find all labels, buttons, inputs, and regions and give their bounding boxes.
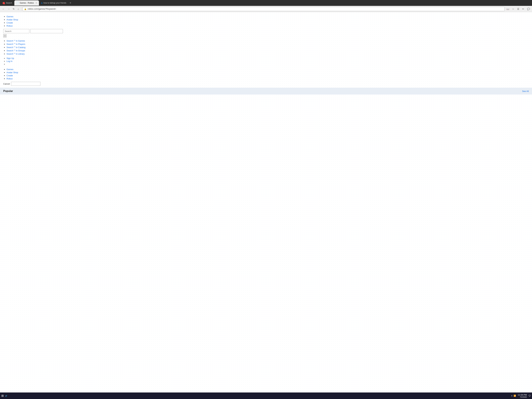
browser-chrome: Search 📄 Games - Roblox ✕ b how to kidna…	[0, 0, 532, 12]
page-body: Games Avatar Shop Create Robux −	[0, 12, 532, 393]
ie-icon[interactable]: ℯ	[5, 394, 7, 398]
system-tray: ∧ 📶	[511, 395, 516, 397]
tab-search-label: Search	[6, 2, 12, 4]
search-in-catalog-item: Search "" in Catalog	[6, 46, 529, 49]
nav-robux-link[interactable]: Robux	[6, 25, 13, 27]
nav-bar: ← → ↻ ⌂ 🔒 roblox.com/games/?Keyword= 📖 ☆…	[0, 6, 532, 12]
nav-avatar-link[interactable]: Avatar Shop	[6, 19, 18, 21]
taskbar-right: ∧ 📶 11:04 PM 7/2/2020 🗨	[511, 394, 531, 398]
nav-games-link[interactable]: Games	[6, 15, 13, 18]
new-tab-button[interactable]: +	[69, 1, 72, 5]
taskbar: ⊞ ℯ ∧ 📶 11:04 PM 7/2/2020 🗨	[0, 393, 532, 399]
browser-content: Games Avatar Shop Create Robux −	[0, 12, 532, 393]
cancel-row: Cancel	[3, 82, 529, 86]
search-section: −	[3, 29, 529, 38]
cancel-label: Cancel	[3, 83, 10, 85]
nav-avatar-item: Avatar Shop	[6, 18, 529, 21]
back-button[interactable]: ←	[1, 7, 6, 11]
nav-tools: 📖 ☆ ☰ ✏ 💬	[506, 7, 531, 11]
favorites-button[interactable]: ☆	[511, 7, 515, 11]
search-in-players-link[interactable]: Search "" in Players	[6, 43, 25, 45]
search-in-players-item: Search "" in Players	[6, 43, 529, 45]
wifi-icon: 📶	[513, 395, 516, 397]
home-button[interactable]: ⌂	[17, 7, 20, 11]
search-in-games-link[interactable]: Search "" in Games	[6, 40, 25, 42]
nav-games-item: Games	[6, 15, 529, 18]
search-in-groups-link[interactable]: Search "" in Groups	[6, 49, 25, 52]
nav-robux2-link[interactable]: Robux	[6, 77, 13, 80]
search-results-list: Search "" in Games Search "" in Players …	[3, 39, 529, 55]
start-button[interactable]: ⊞	[1, 394, 4, 398]
screen: Search 📄 Games - Roblox ✕ b how to kidna…	[0, 0, 532, 399]
clock: 11:04 PM 7/2/2020	[518, 394, 527, 398]
forward-button[interactable]: →	[6, 7, 11, 11]
search-minus-btn[interactable]: −	[3, 34, 6, 38]
notification-icon[interactable]: 🗨	[528, 394, 531, 397]
popular-title: Popular	[3, 90, 13, 93]
taskbar-left: ⊞ ℯ	[1, 394, 7, 398]
search-in-groups-item: Search "" in Groups	[6, 49, 529, 52]
nav-games2-item: Games	[6, 68, 529, 70]
nav-avatar2-link[interactable]: Avatar Shop	[6, 71, 18, 74]
signup-item: Sign Up	[6, 57, 529, 59]
empty-item	[6, 63, 529, 65]
tab-bar: Search 📄 Games - Roblox ✕ b how to kidna…	[0, 0, 532, 6]
divider	[21, 7, 21, 11]
refresh-button[interactable]: ↻	[12, 7, 16, 11]
hub-button[interactable]: ☰	[516, 7, 520, 11]
search-tab-icon	[3, 2, 5, 4]
search-input-wide[interactable]	[30, 29, 63, 33]
search-row	[3, 29, 529, 33]
top-nav-links: Games Avatar Shop Create Robux	[3, 15, 529, 27]
signup-link[interactable]: Sign Up	[6, 57, 14, 59]
address-text: roblox.com/games/?Keyword=	[28, 8, 503, 10]
tab-games-icon: 📄	[16, 2, 19, 4]
tab-games-roblox[interactable]: 📄 Games - Roblox ✕	[14, 0, 39, 6]
cancel-input[interactable]	[11, 82, 40, 86]
see-all-link[interactable]: See All	[522, 90, 529, 92]
nav-robux2-item: Robux	[6, 77, 529, 80]
nav-avatar2-item: Avatar Shop	[6, 71, 529, 74]
nav-games2-link[interactable]: Games	[6, 68, 13, 70]
address-bar[interactable]: 🔒 roblox.com/games/?Keyword=	[23, 7, 505, 11]
tab-games-close[interactable]: ✕	[36, 2, 37, 4]
tab-bing[interactable]: b how to kidnap your friends	[39, 0, 68, 6]
nav-robux-item: Robux	[6, 25, 529, 27]
bottom-nav-links: Games Avatar Shop Create Robux	[3, 68, 529, 80]
nav-create-item: Create	[6, 21, 529, 24]
search-in-library-link[interactable]: Search "" in Library	[6, 53, 25, 55]
clock-date: 7/2/2020	[518, 396, 527, 398]
tab-games-label: Games - Roblox	[20, 2, 34, 4]
search-in-catalog-link[interactable]: Search "" in Catalog	[6, 46, 25, 49]
nav-create2-item: Create	[6, 74, 529, 77]
tray-chevron[interactable]: ∧	[511, 395, 513, 397]
share-button[interactable]: ✏	[521, 7, 525, 11]
login-item: Log In	[6, 60, 529, 63]
auth-section: Sign Up Log In	[3, 57, 529, 65]
popular-header: Popular See All	[3, 90, 529, 93]
nav-create2-link[interactable]: Create	[6, 74, 13, 77]
reading-mode-button[interactable]: 📖	[506, 7, 510, 11]
tab-bing-label: how to kidnap your friends	[44, 2, 66, 4]
login-link[interactable]: Log In	[6, 60, 13, 63]
tab-search[interactable]: Search	[1, 0, 14, 6]
popular-section: Popular See All	[0, 88, 532, 95]
cortana-button[interactable]: 💬	[526, 7, 531, 11]
nav-create-link[interactable]: Create	[6, 21, 13, 24]
bing-icon: b	[41, 2, 43, 4]
search-in-library-item: Search "" in Library	[6, 52, 529, 55]
clock-time: 11:04 PM	[518, 394, 527, 396]
search-input[interactable]	[3, 29, 29, 33]
lock-icon: 🔒	[24, 8, 26, 10]
search-in-games-item: Search "" in Games	[6, 39, 529, 42]
